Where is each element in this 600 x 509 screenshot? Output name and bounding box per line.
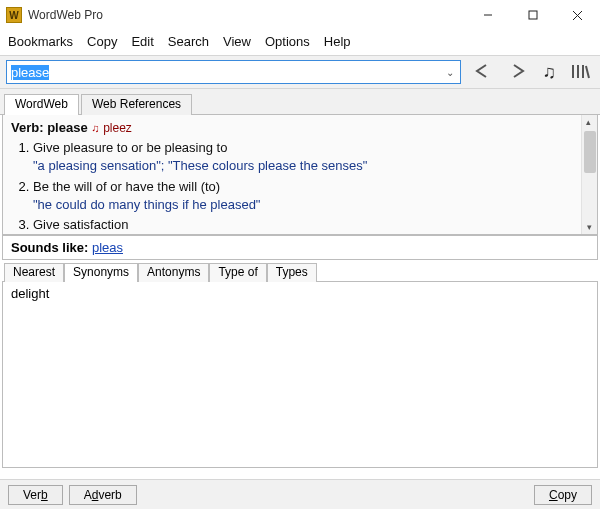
sounds-like-row: Sounds like: pleas — [2, 235, 598, 260]
scroll-thumb[interactable] — [584, 131, 596, 173]
tab-synonyms[interactable]: Synonyms — [64, 263, 138, 282]
search-input[interactable] — [7, 63, 440, 82]
back-button[interactable] — [471, 62, 493, 83]
search-field-wrap: ⌄ — [6, 60, 461, 84]
tab-nearest[interactable]: Nearest — [4, 263, 64, 282]
svg-rect-1 — [529, 11, 537, 19]
svg-line-7 — [586, 66, 589, 78]
example-text: "These colours please the senses" — [168, 158, 367, 173]
menu-bookmarks[interactable]: Bookmarks — [8, 34, 73, 49]
menu-search[interactable]: Search — [168, 34, 209, 49]
headword: please — [47, 120, 87, 135]
scrollbar[interactable]: ▴ ▾ — [581, 115, 597, 234]
toolbar: ⌄ ♫ — [0, 55, 600, 89]
definition-item: Give satisfaction "The waiters around he… — [33, 216, 589, 235]
menu-copy[interactable]: Copy — [87, 34, 117, 49]
nav-icons: ♫ — [471, 62, 595, 83]
bottom-bar: Verb Adverb Copy — [0, 479, 600, 509]
definition-list: Give pleasure to or be pleasing to "a pl… — [33, 139, 589, 235]
copy-button[interactable]: Copy — [534, 485, 592, 505]
app-icon: W — [6, 7, 22, 23]
example-text: "a pleasing sensation" — [33, 158, 161, 173]
definition-text: Be the will of or have the will (to) — [33, 179, 220, 194]
menu-view[interactable]: View — [223, 34, 251, 49]
tab-wordweb[interactable]: WordWeb — [4, 94, 79, 115]
definition-text: Give satisfaction — [33, 217, 128, 232]
tab-types[interactable]: Types — [267, 263, 317, 282]
library-icon[interactable] — [570, 62, 590, 83]
tab-antonyms[interactable]: Antonyms — [138, 263, 209, 282]
synonym-item[interactable]: delight — [11, 286, 589, 301]
minimize-button[interactable] — [465, 0, 510, 30]
definition-text: Give pleasure to or be pleasing to — [33, 140, 227, 155]
definition-pane: Verb: please ♫ pleez Give pleasure to or… — [2, 115, 598, 235]
search-dropdown-arrow[interactable]: ⌄ — [440, 67, 460, 78]
menubar: Bookmarks Copy Edit Search View Options … — [0, 30, 600, 55]
definition-item: Give pleasure to or be pleasing to "a pl… — [33, 139, 589, 175]
verb-button[interactable]: Verb — [8, 485, 63, 505]
menu-options[interactable]: Options — [265, 34, 310, 49]
pronunciation: pleez — [103, 121, 132, 135]
scroll-down-arrow[interactable]: ▾ — [585, 220, 594, 234]
titlebar: W WordWeb Pro — [0, 0, 600, 30]
close-button[interactable] — [555, 0, 600, 30]
tab-type-of[interactable]: Type of — [209, 263, 266, 282]
window-title: WordWeb Pro — [28, 8, 465, 22]
maximize-button[interactable] — [510, 0, 555, 30]
menu-edit[interactable]: Edit — [131, 34, 153, 49]
forward-button[interactable] — [507, 62, 529, 83]
related-pane: delight — [2, 282, 598, 468]
definition-item: Be the will of or have the will (to) "he… — [33, 178, 589, 214]
sounds-like-link[interactable]: pleas — [92, 240, 123, 255]
lower-tabs: Nearest Synonyms Antonyms Type of Types — [2, 260, 598, 282]
pronunciation-icon[interactable]: ♫ — [91, 122, 99, 134]
audio-icon[interactable]: ♫ — [543, 62, 557, 83]
tab-web-references[interactable]: Web References — [81, 94, 192, 115]
definition-content: Verb: please ♫ pleez Give pleasure to or… — [3, 115, 597, 235]
scroll-up-arrow[interactable]: ▴ — [584, 115, 596, 129]
sounds-like-label: Sounds like: — [11, 240, 88, 255]
pos-label: Verb: — [11, 120, 44, 135]
menu-help[interactable]: Help — [324, 34, 351, 49]
adverb-button[interactable]: Adverb — [69, 485, 137, 505]
example-text: "he could do many things if he pleased" — [33, 197, 261, 212]
upper-tabs: WordWeb Web References — [0, 89, 600, 115]
